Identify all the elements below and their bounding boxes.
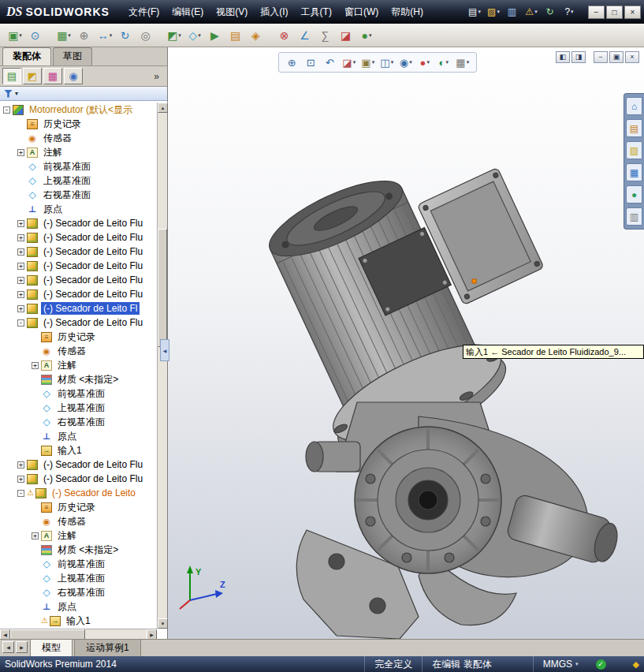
show-hidden-icon[interactable]: ◎ bbox=[136, 26, 156, 45]
tree-expander[interactable]: + bbox=[17, 277, 24, 284]
tree-expander[interactable]: + bbox=[17, 291, 24, 298]
interference-icon[interactable]: ⊗ bbox=[274, 26, 295, 45]
minimize-doc-button[interactable]: − bbox=[594, 51, 608, 63]
menu-item[interactable]: 窗口(W) bbox=[338, 2, 385, 22]
file-explorer-icon[interactable]: ▨ bbox=[626, 141, 642, 159]
restore-doc-button[interactable]: ▣ bbox=[609, 51, 624, 63]
tree-item[interactable]: + (-) Secador de Leito Flu bbox=[0, 273, 156, 287]
linear-pattern-icon[interactable]: ▦▾ bbox=[54, 26, 74, 45]
tree-item[interactable]: 历史记录 bbox=[0, 330, 156, 344]
tab-sketch[interactable]: 草图 bbox=[53, 47, 92, 65]
tree-item[interactable]: 原点 bbox=[0, 429, 156, 443]
tree-expander[interactable]: + bbox=[17, 248, 24, 256]
view-orientation-icon[interactable]: ▣▾ bbox=[359, 54, 377, 70]
pane-split-left-button[interactable]: ◧ bbox=[556, 51, 570, 63]
tree-item[interactable]: 上视基准面 bbox=[0, 571, 156, 585]
tree-expander[interactable]: + bbox=[32, 532, 39, 539]
insert-component-icon[interactable]: ▣▾ bbox=[5, 26, 25, 45]
minimize-button[interactable]: − bbox=[588, 6, 605, 19]
tab-assembly[interactable]: 装配体 bbox=[2, 47, 51, 65]
scroll-up-button[interactable]: ▲ bbox=[158, 103, 168, 113]
tree-expander[interactable]: - bbox=[17, 490, 24, 497]
bom-icon[interactable]: ▤ bbox=[225, 26, 246, 45]
filter-dropdown-icon[interactable]: ▾ bbox=[15, 90, 18, 97]
mass-properties-icon[interactable]: ∑ bbox=[315, 26, 336, 45]
close-doc-button[interactable]: × bbox=[625, 51, 639, 63]
tree-expander[interactable]: + bbox=[17, 149, 24, 156]
maximize-button[interactable]: □ bbox=[606, 6, 623, 19]
tree-item[interactable]: + (-) Secador de Leito Flu bbox=[0, 230, 156, 245]
tree-item[interactable]: + (-) Secador de Leito Flu bbox=[0, 287, 156, 301]
hide-show-icon[interactable]: ◉▾ bbox=[397, 54, 415, 70]
tree-item[interactable]: 材质 <未指定> bbox=[0, 543, 156, 557]
tree-expander[interactable]: - bbox=[17, 319, 24, 327]
tree-item[interactable]: 材质 <未指定> bbox=[0, 372, 156, 386]
tree-item[interactable]: 传感器 bbox=[0, 131, 156, 145]
reference-geometry-icon[interactable]: ◇▾ bbox=[184, 26, 205, 45]
tree-item[interactable]: 历史记录 bbox=[0, 117, 156, 131]
assembly-features-icon[interactable]: ◩▾ bbox=[164, 26, 184, 45]
save-icon[interactable]: ▥ bbox=[503, 4, 522, 20]
scroll-down-button[interactable]: ▼ bbox=[158, 618, 168, 629]
tree-item[interactable]: + (-) Secador de Leito Flu bbox=[0, 259, 156, 273]
tree-item[interactable]: 传感器 bbox=[0, 514, 156, 528]
tree-item[interactable]: + 注解 bbox=[0, 528, 156, 543]
filter-icon[interactable] bbox=[4, 90, 13, 98]
previous-view-icon[interactable]: ↶ bbox=[322, 54, 339, 70]
tree-item[interactable]: + (-) Secador de Leito Flu bbox=[0, 457, 156, 472]
measure-icon[interactable]: ∠ bbox=[295, 26, 315, 45]
tree-expander[interactable]: + bbox=[17, 305, 24, 312]
tab-scroll-left-button[interactable]: ◀ bbox=[2, 641, 14, 653]
panel-expand-button[interactable]: » bbox=[147, 71, 166, 82]
new-document-icon[interactable]: ▤▾ bbox=[465, 4, 484, 20]
model-3d[interactable]: Y Z bbox=[168, 47, 644, 639]
tree-item[interactable]: + (-) Secador de Leito Flu bbox=[0, 472, 156, 486]
tab-scroll-right-button[interactable]: ▶ bbox=[16, 641, 28, 653]
view-palette-icon[interactable]: ▦ bbox=[626, 163, 642, 181]
propertymanager-tab-icon[interactable]: ◩ bbox=[23, 68, 42, 84]
appearances-icon[interactable]: ● bbox=[626, 185, 642, 203]
menu-item[interactable]: 插入(I) bbox=[254, 2, 294, 22]
menu-item[interactable]: 编辑(E) bbox=[166, 2, 210, 22]
mate-icon[interactable]: ⊙ bbox=[25, 26, 46, 45]
warning-icon[interactable]: ⚠▾ bbox=[522, 4, 541, 20]
tree-expander[interactable]: + bbox=[17, 461, 24, 469]
zoom-area-icon[interactable]: ⊡ bbox=[303, 54, 320, 70]
tree-item[interactable]: 原点 bbox=[0, 202, 156, 216]
tree-item[interactable]: - Motorredutor (默认<显示 bbox=[0, 103, 156, 117]
tree-expander[interactable]: - bbox=[3, 106, 10, 114]
tree-item[interactable]: 右视基准面 bbox=[0, 188, 156, 202]
rebuild-icon[interactable]: ↻ bbox=[541, 4, 560, 20]
configurationmanager-tab-icon[interactable]: ▦ bbox=[43, 68, 62, 84]
design-library-icon[interactable]: ▤ bbox=[626, 119, 642, 137]
tree-item[interactable]: 上视基准面 bbox=[0, 401, 156, 415]
resources-icon[interactable]: ⌂ bbox=[626, 97, 642, 115]
menu-item[interactable]: 帮助(H) bbox=[385, 2, 430, 22]
tree-expander[interactable]: + bbox=[17, 476, 24, 483]
close-button[interactable]: × bbox=[624, 6, 641, 19]
tree-item[interactable]: + (-) Secador de Leito Flu bbox=[0, 216, 156, 230]
display-style-icon[interactable]: ◫▾ bbox=[378, 54, 396, 70]
move-component-icon[interactable]: ↔▾ bbox=[95, 26, 115, 45]
tree-item[interactable]: 前视基准面 bbox=[0, 159, 156, 174]
tree-item[interactable]: + (-) Secador de Leito Fl bbox=[0, 301, 156, 315]
tree-item[interactable]: - ⚠ (-) Secador de Leito bbox=[0, 486, 156, 500]
motion-study-icon[interactable]: ▶ bbox=[205, 26, 225, 45]
tree-item[interactable]: + 注解 bbox=[0, 358, 156, 372]
tree-item[interactable]: - (-) Secador de Leito Flu bbox=[0, 315, 156, 330]
menu-item[interactable]: 文件(F) bbox=[122, 2, 166, 22]
custom-properties-icon[interactable]: ▥ bbox=[626, 207, 642, 226]
performance-icon[interactable]: ◆ bbox=[633, 659, 639, 670]
pane-split-right-button[interactable]: ◨ bbox=[571, 51, 586, 63]
featuremanager-tab-icon[interactable]: ▤ bbox=[2, 68, 21, 84]
view-settings-icon[interactable]: ▦▾ bbox=[454, 54, 471, 70]
zoom-fit-icon[interactable]: ⊕ bbox=[284, 54, 301, 70]
tree-item[interactable]: 输入1 bbox=[0, 443, 156, 457]
section-view-icon[interactable]: ◪▾ bbox=[341, 54, 358, 70]
help-icon[interactable]: ?▾ bbox=[560, 4, 579, 20]
displaymanager-tab-icon[interactable]: ◉ bbox=[64, 68, 83, 84]
graphics-area[interactable]: Y Z ⊕ ⊡ ↶ ◪▾ ▣▾ ◫▾ ◉▾ ●▾ ◐▾ ▦▾ ◧ bbox=[168, 47, 644, 639]
units-selector[interactable]: MMGS▾ bbox=[533, 656, 588, 672]
tree-item[interactable]: + 注解 bbox=[0, 145, 156, 159]
tree-item[interactable]: 右视基准面 bbox=[0, 585, 156, 599]
